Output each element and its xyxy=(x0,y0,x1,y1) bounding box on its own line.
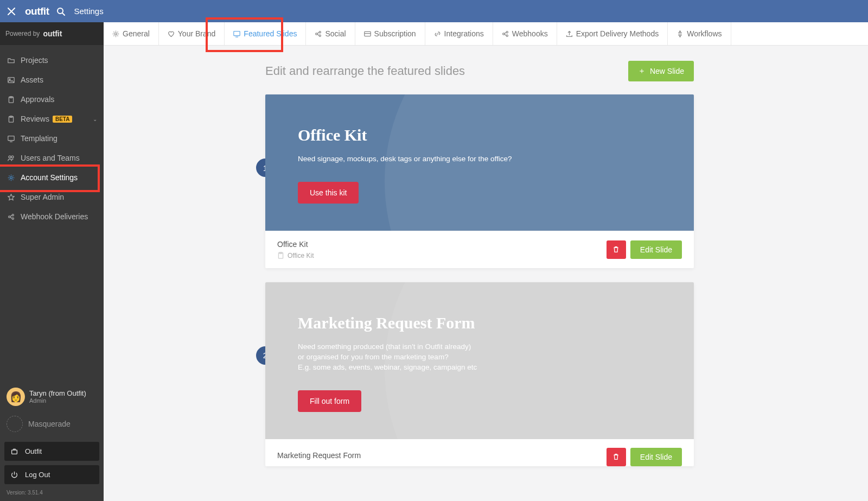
svg-point-11 xyxy=(8,215,10,217)
masquerade-icon xyxy=(7,416,23,432)
slide-cta-button[interactable]: Use this kit xyxy=(298,182,359,204)
svg-point-15 xyxy=(114,33,117,35)
delete-slide-button[interactable] xyxy=(607,240,626,259)
page-title: Settings xyxy=(74,7,103,16)
sidebar-item-label: Projects xyxy=(21,56,48,65)
content: Edit and rearrange the featured slides ＋… xyxy=(104,46,868,501)
user-name: Taryn (from Outfit) xyxy=(29,390,86,398)
action-label: Outfit xyxy=(25,447,42,455)
svg-point-10 xyxy=(10,176,12,179)
sidebar-item-label: Reviews xyxy=(21,115,49,123)
new-slide-button[interactable]: ＋ New Slide xyxy=(628,61,694,81)
search-icon[interactable] xyxy=(56,7,65,16)
briefcase-icon xyxy=(11,448,20,455)
tab-webhooks[interactable]: Webhooks xyxy=(493,22,557,45)
slide-hero: Marketing Request Form Need something pr… xyxy=(265,282,694,439)
version-label: Version: 3.51.4 xyxy=(4,484,99,496)
sidebar-item-label: Super Admin xyxy=(21,193,64,201)
powered-by: Powered by outfit xyxy=(0,22,104,45)
top-bar: outfit Settings xyxy=(0,0,868,22)
tab-label: Export Delivery Methods xyxy=(576,29,659,38)
svg-point-22 xyxy=(506,31,508,33)
powered-by-text: Powered by xyxy=(5,30,40,37)
sidebar-item-templating[interactable]: Templating xyxy=(0,129,104,148)
sidebar-item-label: Templating xyxy=(21,134,58,143)
masquerade-button[interactable]: Masquerade xyxy=(4,410,99,437)
svg-point-8 xyxy=(9,156,11,158)
svg-point-9 xyxy=(11,156,13,158)
flow-icon xyxy=(676,30,684,37)
svg-point-18 xyxy=(320,31,321,33)
tab-label: Webhooks xyxy=(512,29,548,38)
display-icon xyxy=(7,135,15,142)
slide-card: 2 Marketing Request Form Need something … xyxy=(265,282,694,466)
tab-label: Integrations xyxy=(444,29,484,38)
tab-export-delivery-methods[interactable]: Export Delivery Methods xyxy=(557,22,668,45)
slide-footer-title: Marketing Request Form xyxy=(277,451,607,460)
svg-rect-14 xyxy=(12,450,17,454)
svg-rect-7 xyxy=(8,136,14,140)
tab-social[interactable]: Social xyxy=(306,22,355,45)
close-icon[interactable] xyxy=(5,5,17,17)
tab-label: Featured Slides xyxy=(244,29,297,38)
sidebar-item-webhook-deliveries[interactable]: Webhook Deliveries xyxy=(0,207,104,226)
powered-by-logo: outfit xyxy=(43,29,62,38)
folder-icon xyxy=(7,57,15,64)
action-label: Log Out xyxy=(25,471,50,479)
svg-rect-16 xyxy=(234,31,240,35)
tab-label: Subscription xyxy=(374,29,416,38)
sidebar-item-label: Users and Teams xyxy=(21,154,80,162)
tab-general[interactable]: General xyxy=(104,22,159,45)
tab-label: Social xyxy=(325,29,346,38)
sidebar-item-super-admin[interactable]: Super Admin xyxy=(0,187,104,207)
tab-integrations[interactable]: Integrations xyxy=(425,22,493,45)
tab-featured-slides[interactable]: Featured Slides xyxy=(225,22,306,45)
svg-point-19 xyxy=(320,35,321,36)
beta-badge: BETA xyxy=(53,116,72,123)
link-icon xyxy=(434,30,441,37)
edit-slide-button[interactable]: Edit Slide xyxy=(630,240,682,259)
sidebar-item-account-settings[interactable]: Account Settings xyxy=(0,168,104,187)
tab-subscription[interactable]: Subscription xyxy=(355,22,425,45)
image-icon xyxy=(7,77,15,84)
tab-label: Your Brand xyxy=(178,29,216,38)
slide-footer-sub: Office Kit xyxy=(277,252,607,259)
sidebar-item-label: Approvals xyxy=(21,95,54,104)
slide-footer: Office Kit Office Kit Edit Slide xyxy=(265,231,694,268)
sidebar-item-projects[interactable]: Projects xyxy=(0,50,104,70)
display-icon xyxy=(233,30,240,37)
log-out-button[interactable]: Log Out xyxy=(4,465,99,484)
svg-rect-20 xyxy=(364,31,370,36)
content-heading: Edit and rearrange the featured slides xyxy=(265,64,465,78)
edit-slide-button[interactable]: Edit Slide xyxy=(630,448,682,466)
svg-point-17 xyxy=(316,33,317,34)
tab-workflows[interactable]: Workflows xyxy=(668,22,731,45)
sidebar-item-approvals[interactable]: Approvals xyxy=(0,90,104,109)
clipboard-icon xyxy=(7,96,15,103)
svg-point-13 xyxy=(12,218,14,219)
sidebar-item-users-and-teams[interactable]: Users and Teams xyxy=(0,148,104,168)
app-logo: outfit xyxy=(25,5,49,17)
tab-label: General xyxy=(123,29,150,38)
plus-icon: ＋ xyxy=(638,66,646,76)
delete-slide-button[interactable] xyxy=(607,448,626,466)
main: GeneralYour BrandFeatured SlidesSocialSu… xyxy=(104,22,868,501)
sidebar-item-label: Assets xyxy=(21,75,43,84)
chevron-down-icon: ⌄ xyxy=(93,116,97,122)
svg-point-21 xyxy=(502,33,504,34)
slide-footer: Marketing Request Form Edit Slide xyxy=(265,439,694,466)
svg-point-2 xyxy=(9,78,10,79)
sidebar-item-assets[interactable]: Assets xyxy=(0,70,104,90)
sidebar: Powered by outfit Projects Assets Approv… xyxy=(0,22,104,501)
slide-card: 1 Office Kit Need signage, mockups, desk… xyxy=(265,94,694,268)
svg-point-12 xyxy=(12,214,14,215)
slide-cta-button[interactable]: Fill out form xyxy=(298,390,361,412)
star-icon xyxy=(7,194,15,201)
outfit-button[interactable]: Outfit xyxy=(4,442,99,461)
gear-icon xyxy=(112,30,119,37)
sidebar-item-reviews[interactable]: Reviews BETA ⌄ xyxy=(0,109,104,129)
heart-icon xyxy=(168,30,175,37)
tab-your-brand[interactable]: Your Brand xyxy=(159,22,225,45)
user-info[interactable]: 👩 Taryn (from Outfit) Admin xyxy=(4,383,99,410)
export-icon xyxy=(566,30,573,37)
